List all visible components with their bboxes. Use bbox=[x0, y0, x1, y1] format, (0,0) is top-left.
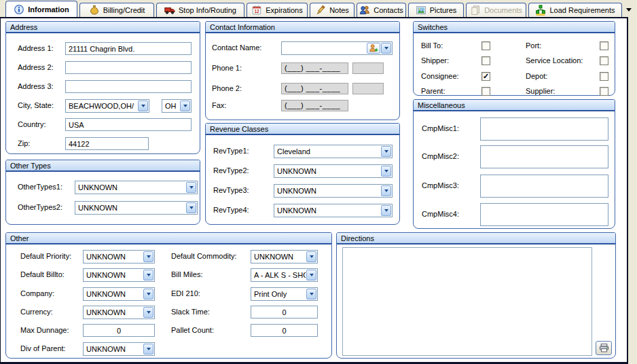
revtype4-combo[interactable]: UNKNOWN bbox=[274, 204, 393, 217]
tab-overflow-button[interactable] bbox=[624, 5, 634, 14]
phone1-input: (___) ___-____ bbox=[281, 62, 348, 74]
notes-icon bbox=[315, 5, 326, 16]
supplier-checkbox[interactable] bbox=[600, 87, 608, 96]
chevron-down-icon[interactable] bbox=[306, 270, 316, 280]
revtype1-combo[interactable]: Cleveland bbox=[274, 145, 393, 158]
address1-input[interactable] bbox=[65, 42, 192, 55]
chevron-down-icon[interactable] bbox=[138, 101, 148, 111]
service-location-checkbox[interactable] bbox=[600, 56, 608, 65]
tab-stop-info-routing[interactable]: Stop Info/Routing bbox=[156, 3, 244, 17]
address3-input[interactable] bbox=[65, 80, 192, 93]
directions-textarea[interactable] bbox=[342, 247, 592, 356]
default-priority-combo[interactable]: UNKNOWN bbox=[83, 250, 155, 263]
phone1-ext-input bbox=[352, 62, 384, 74]
tab-strip: Information Billing/Credit Stop Info/Rou… bbox=[0, 0, 637, 17]
chevron-down-icon[interactable] bbox=[381, 166, 391, 177]
cmpmisc4-input[interactable] bbox=[480, 203, 608, 226]
country-input[interactable] bbox=[65, 118, 192, 131]
div-of-parent-combo[interactable]: UNKNOWN bbox=[83, 342, 155, 356]
chevron-down-icon[interactable] bbox=[306, 251, 316, 262]
other-types-group-title: Other Types bbox=[6, 160, 200, 172]
address2-input[interactable] bbox=[65, 61, 192, 74]
edi-210-combo[interactable]: Print Only bbox=[251, 287, 318, 301]
shipper-checkbox[interactable] bbox=[481, 56, 490, 65]
parent-checkbox[interactable] bbox=[481, 87, 490, 96]
default-commodity-combo[interactable]: UNKNOWN bbox=[251, 250, 318, 263]
address2-label: Address 2: bbox=[18, 63, 54, 71]
revtype3-combo[interactable]: UNKNOWN bbox=[274, 184, 393, 198]
company-value: UNKNOWN bbox=[84, 290, 143, 298]
chevron-down-icon[interactable] bbox=[143, 344, 153, 354]
chevron-down-icon[interactable] bbox=[186, 202, 196, 213]
company-combo[interactable]: UNKNOWN bbox=[83, 287, 155, 301]
tab-expirations[interactable]: 12 Expirations bbox=[247, 3, 308, 17]
billto-label: Bill To: bbox=[421, 41, 443, 50]
pallet-count-input[interactable] bbox=[251, 324, 318, 337]
tab-load-requirements[interactable]: Load Requirements bbox=[528, 3, 622, 17]
tab-information[interactable]: Information bbox=[5, 1, 77, 17]
chevron-down-icon[interactable] bbox=[180, 101, 190, 111]
miscellaneous-group: Miscellaneous CmpMisc1: CmpMisc2: CmpMis… bbox=[413, 99, 615, 229]
chevron-down-icon[interactable] bbox=[143, 289, 153, 299]
address-group-title: Address bbox=[6, 22, 200, 33]
tab-documents: Documents bbox=[466, 3, 526, 17]
state-combo[interactable]: OH bbox=[162, 99, 192, 113]
chevron-down-icon[interactable] bbox=[381, 185, 391, 196]
chevron-down-icon bbox=[626, 8, 632, 12]
currency-value: UNKNOWN bbox=[84, 308, 143, 316]
add-contact-button[interactable] bbox=[367, 43, 380, 54]
city-combo[interactable]: BEACHWOOD,OH/ bbox=[65, 99, 149, 113]
pallet-count-label: Pallet Count: bbox=[171, 326, 214, 334]
currency-label: Currency: bbox=[20, 308, 53, 316]
tab-notes[interactable]: Notes bbox=[310, 3, 354, 17]
company-label: Company: bbox=[20, 289, 54, 297]
slack-time-label: Slack Time: bbox=[171, 308, 210, 316]
chevron-down-icon[interactable] bbox=[143, 307, 153, 318]
fax-input: (___) ___-____ bbox=[281, 100, 348, 111]
chevron-down-icon[interactable] bbox=[381, 205, 391, 216]
chevron-down-icon[interactable] bbox=[381, 43, 391, 54]
phone1-label: Phone 1: bbox=[212, 64, 242, 72]
phone2-ext-input bbox=[352, 83, 384, 94]
currency-combo[interactable]: UNKNOWN bbox=[83, 306, 155, 319]
revtype2-combo[interactable]: UNKNOWN bbox=[274, 164, 393, 178]
chevron-down-icon[interactable] bbox=[381, 146, 391, 157]
othertypes2-combo[interactable]: UNKNOWN bbox=[75, 201, 198, 215]
consignee-checkbox[interactable] bbox=[481, 72, 490, 81]
chevron-down-icon[interactable] bbox=[143, 270, 153, 280]
bill-miles-combo[interactable]: A - ALK S - SHO bbox=[251, 268, 318, 282]
address1-label: Address 1: bbox=[18, 44, 54, 52]
cmpmisc3-input[interactable] bbox=[480, 175, 608, 198]
othertypes1-value: UNKNOWN bbox=[75, 183, 185, 192]
information-tab-page: Address Address 1: Address 2: Address 3:… bbox=[0, 17, 628, 364]
othertypes1-combo[interactable]: UNKNOWN bbox=[75, 181, 198, 194]
chevron-down-icon[interactable] bbox=[143, 251, 153, 262]
state-combo-value: OH bbox=[162, 102, 179, 110]
revtype1-value: Cleveland bbox=[274, 147, 380, 156]
contact-name-combo[interactable] bbox=[281, 41, 393, 55]
default-billto-combo[interactable]: UNKNOWN bbox=[83, 268, 155, 282]
chevron-down-icon[interactable] bbox=[186, 182, 196, 193]
documents-icon bbox=[470, 5, 481, 16]
port-checkbox[interactable] bbox=[600, 41, 608, 50]
slack-time-input[interactable] bbox=[251, 306, 318, 318]
revtype1-label: RevType1: bbox=[213, 147, 249, 155]
depot-checkbox[interactable] bbox=[600, 72, 608, 81]
cmpmisc2-input[interactable] bbox=[480, 145, 608, 168]
cmpmisc4-label: CmpMisc4: bbox=[422, 210, 459, 218]
contact-information-group: Contact Information Contact Name: Phone … bbox=[205, 21, 400, 120]
max-dunnage-input[interactable] bbox=[83, 324, 155, 337]
othertypes1-label: OtherTypes1: bbox=[18, 183, 62, 191]
revtype4-label: RevType4: bbox=[213, 206, 249, 214]
zip-input[interactable] bbox=[65, 137, 149, 150]
chevron-down-icon[interactable] bbox=[306, 289, 316, 299]
cmpmisc1-input[interactable] bbox=[480, 117, 608, 141]
tab-billing-credit[interactable]: Billing/Credit bbox=[79, 3, 154, 17]
tab-contacts[interactable]: Contacts bbox=[357, 3, 406, 17]
othertypes2-label: OtherTypes2: bbox=[18, 203, 62, 211]
print-directions-button[interactable] bbox=[596, 341, 612, 355]
billto-checkbox[interactable] bbox=[481, 41, 490, 50]
tab-pictures[interactable]: Pictures bbox=[408, 3, 464, 17]
cmpmisc1-label: CmpMisc1: bbox=[422, 124, 459, 132]
tab-label: Documents bbox=[484, 6, 522, 14]
